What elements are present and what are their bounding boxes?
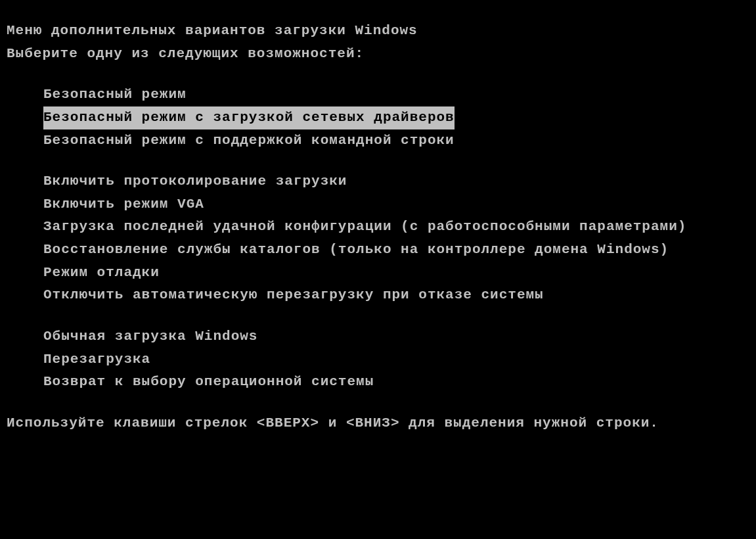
option-last-known-good-config[interactable]: Загрузка последней удачной конфигурации … (43, 219, 686, 234)
navigation-hint: Используйте клавиши стрелок <ВВЕРХ> и <В… (7, 412, 749, 435)
option-enable-vga-mode[interactable]: Включить режим VGA (43, 197, 204, 212)
option-safe-mode-command-prompt[interactable]: Безопасный режим с поддержкой командной … (43, 133, 455, 148)
option-enable-boot-logging[interactable]: Включить протоколирование загрузки (43, 174, 347, 189)
option-safe-mode[interactable]: Безопасный режим (43, 87, 187, 102)
boot-menu-group-normal: Обычная загрузка Windows Перезагрузка Во… (43, 325, 749, 394)
option-debugging-mode[interactable]: Режим отладки (43, 265, 160, 280)
boot-menu-subtitle: Выберите одну из следующих возможностей: (7, 43, 749, 66)
boot-menu-header: Меню дополнительных вариантов загрузки W… (7, 20, 749, 65)
option-safe-mode-networking[interactable]: Безопасный режим с загрузкой сетевых дра… (43, 106, 455, 129)
boot-menu-group-advanced: Включить протоколирование загрузки Включ… (43, 170, 749, 307)
option-start-windows-normally[interactable]: Обычная загрузка Windows (43, 329, 257, 344)
option-directory-services-restore[interactable]: Восстановление службы каталогов (только … (43, 242, 669, 257)
option-reboot[interactable]: Перезагрузка (43, 352, 150, 367)
boot-menu-footer: Используйте клавиши стрелок <ВВЕРХ> и <В… (7, 412, 749, 435)
option-disable-auto-restart[interactable]: Отключить автоматическую перезагрузку пр… (43, 287, 544, 302)
option-return-os-choices[interactable]: Возврат к выбору операционной системы (43, 374, 374, 389)
boot-menu-group-safe-mode: Безопасный режим Безопасный режим с загр… (43, 83, 749, 152)
boot-menu-options: Безопасный режим Безопасный режим с загр… (7, 83, 749, 394)
boot-menu-title: Меню дополнительных вариантов загрузки W… (7, 20, 749, 43)
